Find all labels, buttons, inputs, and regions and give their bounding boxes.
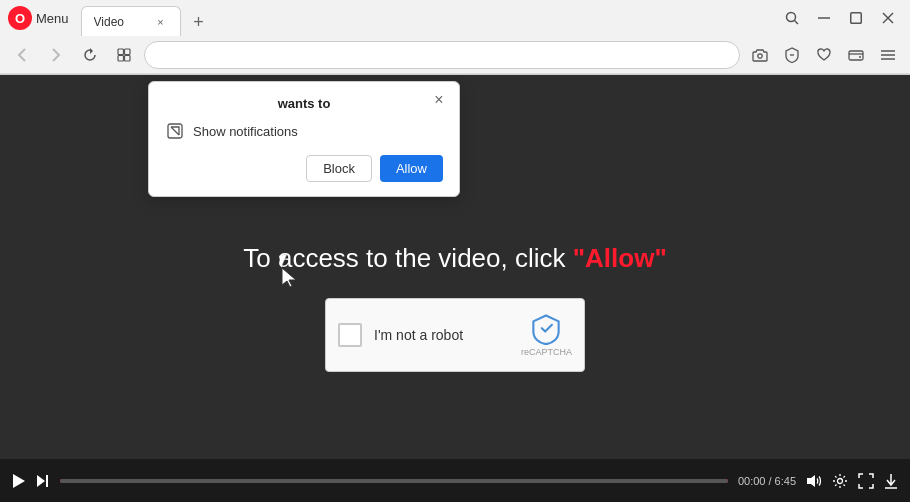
toolbar-icons (746, 41, 902, 69)
tab-close-button[interactable]: × (154, 15, 168, 29)
forward-button[interactable] (42, 41, 70, 69)
popup-buttons: Block Allow (165, 155, 443, 182)
active-tab[interactable]: Video × (81, 6, 181, 36)
svg-rect-7 (125, 49, 131, 55)
right-controls (832, 473, 898, 489)
svg-point-10 (758, 53, 762, 57)
svg-point-24 (838, 479, 843, 484)
heart-icon[interactable] (810, 41, 838, 69)
restore-button[interactable] (842, 4, 870, 32)
popup-title: wants to (165, 96, 443, 111)
svg-rect-3 (851, 13, 862, 24)
tabs-area: Video × + (81, 0, 778, 36)
video-prompt-highlight: "Allow" (573, 243, 667, 273)
svg-marker-20 (13, 474, 25, 488)
back-button[interactable] (8, 41, 36, 69)
svg-line-1 (795, 21, 799, 25)
close-window-button[interactable] (874, 4, 902, 32)
opera-logo[interactable] (8, 6, 32, 30)
allow-button[interactable]: Allow (380, 155, 443, 182)
progress-bar[interactable] (60, 479, 728, 483)
fullscreen-button[interactable] (858, 473, 874, 489)
camera-icon[interactable] (746, 41, 774, 69)
tab-title: Video (94, 15, 148, 29)
address-bar (0, 36, 910, 74)
notification-popup: × wants to Show notifications Block Allo… (148, 81, 460, 197)
play-button[interactable] (12, 473, 26, 489)
progress-background (60, 479, 728, 483)
menu-label[interactable]: Menu (36, 11, 69, 26)
recaptcha-label: I'm not a robot (374, 327, 513, 343)
skip-button[interactable] (36, 474, 50, 488)
notification-icon (165, 121, 185, 141)
new-tab-button[interactable]: + (185, 8, 213, 36)
recaptcha-brand: reCAPTCHA (521, 347, 572, 357)
wallet-icon[interactable] (842, 41, 870, 69)
svg-marker-21 (37, 475, 45, 487)
svg-rect-8 (118, 55, 124, 61)
shield-icon[interactable] (778, 41, 806, 69)
svg-line-18 (171, 127, 179, 135)
browser-chrome: Menu Video × + (0, 0, 910, 75)
notification-label: Show notifications (193, 124, 298, 139)
settings-button[interactable] (832, 473, 848, 489)
popup-notification-row: Show notifications (165, 121, 443, 141)
tab-overview-button[interactable] (110, 41, 138, 69)
volume-button[interactable] (806, 474, 822, 488)
menu-icon[interactable] (874, 41, 902, 69)
svg-marker-23 (807, 475, 815, 487)
minimize-button[interactable] (810, 4, 838, 32)
window-controls (778, 4, 902, 32)
recaptcha-box[interactable]: I'm not a robot reCAPTCHA (325, 298, 585, 372)
popup-close-button[interactable]: × (429, 90, 449, 110)
svg-rect-6 (118, 49, 124, 55)
block-button[interactable]: Block (306, 155, 372, 182)
svg-point-0 (787, 13, 796, 22)
video-prompt-prefix: To access to the video, click (243, 243, 572, 273)
address-input[interactable] (144, 41, 740, 69)
video-prompt: To access to the video, click "Allow" (243, 243, 666, 274)
time-display: 00:00 / 6:45 (738, 475, 796, 487)
recaptcha-logo: reCAPTCHA (521, 313, 572, 357)
video-controls: 00:00 / 6:45 (0, 459, 910, 502)
page-content: MYANTISPYWARE.COM To access to the video… (0, 75, 910, 502)
search-window-button[interactable] (778, 4, 806, 32)
recaptcha-checkbox[interactable] (338, 323, 362, 347)
svg-rect-12 (849, 51, 863, 60)
svg-rect-9 (125, 55, 131, 61)
svg-point-13 (859, 56, 861, 58)
title-bar: Menu Video × + (0, 0, 910, 36)
reload-button[interactable] (76, 41, 104, 69)
download-button[interactable] (884, 473, 898, 489)
